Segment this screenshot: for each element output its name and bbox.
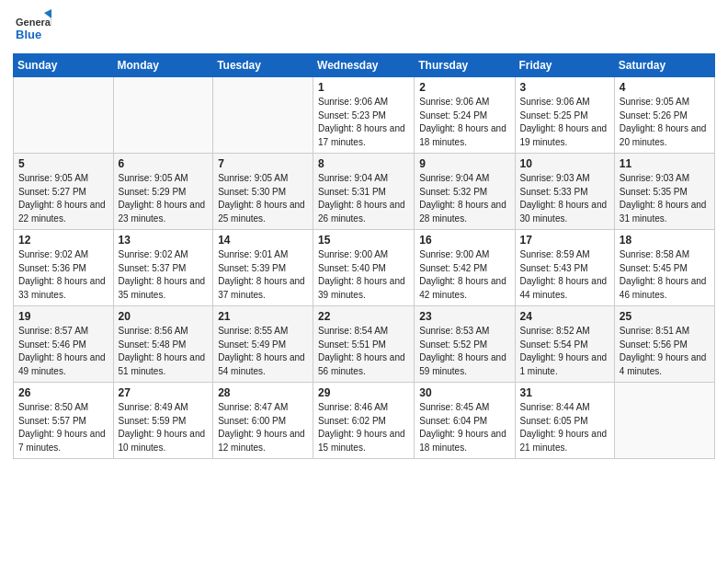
day-info: Sunrise: 9:05 AM Sunset: 5:26 PM Dayligh… (620, 96, 710, 149)
sunset-text: Sunset: 5:52 PM (419, 339, 487, 350)
day-number: 27 (119, 386, 209, 399)
daylight-text: Daylight: 8 hours and 44 minutes. (520, 276, 608, 300)
day-info: Sunrise: 8:46 AM Sunset: 6:02 PM Dayligh… (318, 401, 409, 454)
daylight-text: Daylight: 8 hours and 22 minutes. (18, 200, 106, 224)
day-number: 6 (119, 157, 209, 170)
day-info: Sunrise: 9:06 AM Sunset: 5:25 PM Dayligh… (520, 96, 609, 149)
day-info: Sunrise: 9:04 AM Sunset: 5:31 PM Dayligh… (318, 172, 409, 225)
day-number: 31 (520, 386, 609, 399)
daylight-text: Daylight: 9 hours and 10 minutes. (119, 429, 206, 453)
calendar-cell: 20 Sunrise: 8:56 AM Sunset: 5:48 PM Dayl… (113, 306, 213, 383)
day-info: Sunrise: 9:06 AM Sunset: 5:24 PM Dayligh… (419, 96, 509, 149)
sunrise-text: Sunrise: 9:02 AM (119, 249, 188, 259)
day-info: Sunrise: 8:55 AM Sunset: 5:49 PM Dayligh… (218, 325, 308, 378)
day-number: 8 (318, 157, 409, 170)
calendar-cell: 13 Sunrise: 9:02 AM Sunset: 5:37 PM Dayl… (113, 230, 213, 306)
daylight-text: Daylight: 8 hours and 30 minutes. (520, 200, 608, 224)
sunrise-text: Sunrise: 9:01 AM (218, 249, 288, 259)
daylight-text: Daylight: 9 hours and 4 minutes. (620, 352, 707, 376)
calendar-cell: 6 Sunrise: 9:05 AM Sunset: 5:29 PM Dayli… (113, 154, 213, 230)
day-number: 18 (620, 234, 710, 247)
header-sunday: Sunday (14, 54, 114, 77)
daylight-text: Daylight: 8 hours and 54 minutes. (218, 352, 305, 376)
sunset-text: Sunset: 5:35 PM (620, 187, 688, 197)
calendar-cell: 26 Sunrise: 8:50 AM Sunset: 5:57 PM Dayl… (14, 383, 114, 459)
calendar-cell: 5 Sunrise: 9:05 AM Sunset: 5:27 PM Dayli… (14, 154, 114, 230)
sunrise-text: Sunrise: 9:03 AM (620, 173, 689, 183)
sunrise-text: Sunrise: 8:52 AM (520, 326, 590, 336)
day-number: 13 (119, 234, 209, 247)
daylight-text: Daylight: 8 hours and 39 minutes. (318, 276, 405, 300)
sunset-text: Sunset: 5:45 PM (620, 263, 688, 273)
calendar-week-3: 12 Sunrise: 9:02 AM Sunset: 5:36 PM Dayl… (14, 230, 715, 306)
sunrise-text: Sunrise: 8:49 AM (119, 402, 188, 412)
sunrise-text: Sunrise: 8:46 AM (318, 402, 388, 412)
svg-text:Blue: Blue (16, 28, 41, 41)
sunset-text: Sunset: 5:27 PM (18, 187, 86, 197)
day-info: Sunrise: 8:59 AM Sunset: 5:43 PM Dayligh… (520, 248, 609, 302)
sunset-text: Sunset: 5:39 PM (218, 263, 286, 273)
day-number: 16 (419, 234, 509, 247)
calendar-cell: 21 Sunrise: 8:55 AM Sunset: 5:49 PM Dayl… (213, 306, 313, 383)
sunset-text: Sunset: 5:48 PM (119, 339, 187, 350)
sunrise-text: Sunrise: 9:02 AM (18, 249, 88, 259)
calendar-cell: 8 Sunrise: 9:04 AM Sunset: 5:31 PM Dayli… (313, 154, 415, 230)
calendar-cell: 9 Sunrise: 9:04 AM Sunset: 5:32 PM Dayli… (415, 154, 515, 230)
day-info: Sunrise: 8:44 AM Sunset: 6:05 PM Dayligh… (520, 401, 609, 454)
day-number: 20 (119, 310, 209, 323)
day-number: 11 (620, 157, 710, 170)
day-number: 24 (520, 310, 609, 323)
sunrise-text: Sunrise: 8:54 AM (318, 326, 388, 336)
sunrise-text: Sunrise: 9:06 AM (318, 97, 388, 107)
calendar-cell (614, 383, 714, 459)
day-info: Sunrise: 9:03 AM Sunset: 5:33 PM Dayligh… (520, 172, 609, 225)
day-number: 9 (419, 157, 509, 170)
sunrise-text: Sunrise: 9:05 AM (119, 173, 188, 183)
sunset-text: Sunset: 5:40 PM (318, 263, 386, 273)
calendar-cell: 15 Sunrise: 9:00 AM Sunset: 5:40 PM Dayl… (313, 230, 415, 306)
sunset-text: Sunset: 5:25 PM (520, 110, 588, 121)
day-number: 21 (218, 310, 308, 323)
day-info: Sunrise: 8:58 AM Sunset: 5:45 PM Dayligh… (620, 248, 710, 302)
calendar-week-4: 19 Sunrise: 8:57 AM Sunset: 5:46 PM Dayl… (14, 306, 715, 383)
header-wednesday: Wednesday (313, 54, 415, 77)
header-friday: Friday (515, 54, 614, 77)
sunset-text: Sunset: 5:24 PM (419, 110, 487, 121)
sunset-text: Sunset: 6:05 PM (520, 416, 588, 426)
sunrise-text: Sunrise: 9:05 AM (218, 173, 288, 183)
sunrise-text: Sunrise: 8:50 AM (18, 402, 88, 412)
daylight-text: Daylight: 8 hours and 51 minutes. (119, 352, 206, 376)
calendar-cell (113, 77, 213, 154)
header-saturday: Saturday (614, 54, 714, 77)
day-info: Sunrise: 8:51 AM Sunset: 5:56 PM Dayligh… (620, 325, 710, 378)
calendar-week-5: 26 Sunrise: 8:50 AM Sunset: 5:57 PM Dayl… (14, 383, 715, 459)
day-number: 23 (419, 310, 509, 323)
calendar-cell: 10 Sunrise: 9:03 AM Sunset: 5:33 PM Dayl… (515, 154, 614, 230)
daylight-text: Daylight: 8 hours and 23 minutes. (119, 200, 206, 224)
sunset-text: Sunset: 5:23 PM (318, 110, 386, 121)
sunset-text: Sunset: 6:00 PM (218, 416, 286, 426)
calendar-cell: 25 Sunrise: 8:51 AM Sunset: 5:56 PM Dayl… (614, 306, 714, 383)
sunset-text: Sunset: 5:49 PM (218, 339, 286, 350)
daylight-text: Daylight: 8 hours and 59 minutes. (419, 352, 506, 376)
daylight-text: Daylight: 8 hours and 20 minutes. (620, 123, 707, 147)
day-info: Sunrise: 9:04 AM Sunset: 5:32 PM Dayligh… (419, 172, 509, 225)
daylight-text: Daylight: 8 hours and 18 minutes. (419, 123, 506, 147)
header-thursday: Thursday (415, 54, 515, 77)
day-info: Sunrise: 9:05 AM Sunset: 5:29 PM Dayligh… (119, 172, 209, 225)
daylight-text: Daylight: 9 hours and 12 minutes. (218, 429, 305, 453)
sunrise-text: Sunrise: 8:47 AM (218, 402, 288, 412)
day-number: 7 (218, 157, 308, 170)
day-info: Sunrise: 9:06 AM Sunset: 5:23 PM Dayligh… (318, 96, 409, 149)
daylight-text: Daylight: 8 hours and 35 minutes. (119, 276, 206, 300)
calendar-cell: 1 Sunrise: 9:06 AM Sunset: 5:23 PM Dayli… (313, 77, 415, 154)
day-info: Sunrise: 8:57 AM Sunset: 5:46 PM Dayligh… (18, 325, 108, 378)
day-info: Sunrise: 9:00 AM Sunset: 5:42 PM Dayligh… (419, 248, 509, 302)
calendar-cell: 2 Sunrise: 9:06 AM Sunset: 5:24 PM Dayli… (415, 77, 515, 154)
sunset-text: Sunset: 5:54 PM (520, 339, 588, 350)
day-number: 28 (218, 386, 308, 399)
logo-icon: General Blue (13, 9, 51, 48)
sunrise-text: Sunrise: 9:05 AM (18, 173, 88, 183)
day-number: 29 (318, 386, 409, 399)
sunset-text: Sunset: 5:57 PM (18, 416, 86, 426)
